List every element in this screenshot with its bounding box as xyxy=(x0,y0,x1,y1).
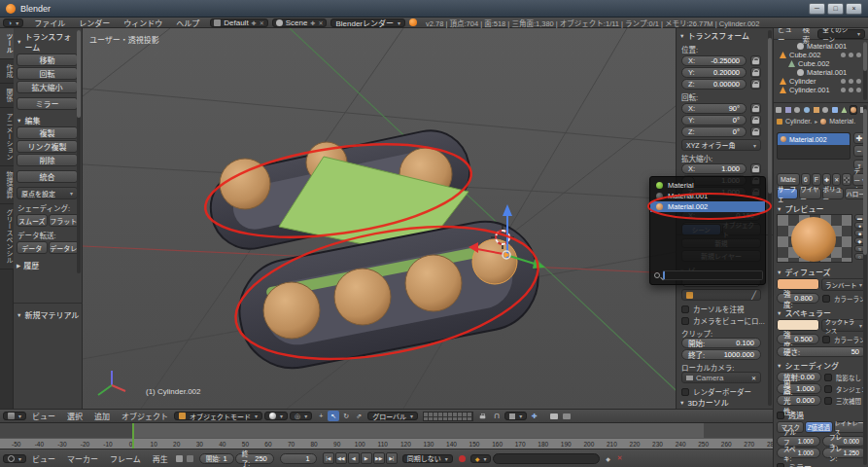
rotation-z-field[interactable]: Z:0° xyxy=(681,126,746,137)
location-x-field[interactable]: X:-0.25000 xyxy=(681,55,746,66)
menu-item[interactable]: ファイル xyxy=(27,18,72,28)
eyedropper-icon[interactable]: ╱ xyxy=(751,291,756,300)
delete-layout-button[interactable]: ✕ xyxy=(260,19,264,26)
render-tab-icon[interactable] xyxy=(775,105,783,115)
snap-plus-icon[interactable]: ✚ xyxy=(529,411,539,421)
linked-duplicate-button[interactable]: リンク複製 xyxy=(17,140,78,153)
local-camera-field[interactable]: Camera✕ xyxy=(681,372,761,383)
rotate-button[interactable]: 回転 xyxy=(17,67,78,80)
rotate-manipulator-icon[interactable]: ↻ xyxy=(340,411,352,421)
playhead[interactable] xyxy=(132,423,134,449)
titlebar[interactable]: Blender ─ □ × xyxy=(0,0,868,18)
record-icon[interactable] xyxy=(457,453,469,464)
transparency-panel-header[interactable]: 透過 xyxy=(777,410,804,420)
info-menus[interactable]: ファイルレンダーウィンドウヘルプ xyxy=(27,18,206,28)
outliner-row[interactable]: Cylinder.001 xyxy=(774,86,868,94)
prev-keyframe-icon[interactable]: ◀◀ xyxy=(335,452,347,464)
panel-history-header[interactable]: 履歴 xyxy=(17,260,79,270)
scale-button[interactable]: 拡大縮小 xyxy=(17,81,78,93)
breadcrumb-object[interactable]: Cylinder. xyxy=(785,118,812,125)
hardness-slider[interactable]: 硬さ:50 xyxy=(777,346,866,357)
move-button[interactable]: 移動 xyxy=(17,54,78,66)
outliner-row[interactable]: Cube.002 xyxy=(774,51,868,59)
rotation-mode-dropdown[interactable]: XYZ オイラー角▾ xyxy=(681,139,761,151)
editor-type-button[interactable]: ◑▾ xyxy=(3,18,23,27)
menu-item[interactable]: レンダー xyxy=(72,18,117,28)
type-wire-button[interactable]: ワイヤー xyxy=(799,188,820,199)
render-opengl-anim-icon[interactable] xyxy=(560,411,573,421)
menu-item[interactable]: ビュー xyxy=(26,453,61,464)
specular-intensity-slider[interactable]: 強度:0.500 xyxy=(777,334,819,344)
scene-tab-icon[interactable] xyxy=(793,105,802,115)
npanel-scrollbar[interactable] xyxy=(768,30,772,406)
outliner-scrollbar[interactable] xyxy=(863,42,867,100)
next-keyframe-icon[interactable]: ▶▶ xyxy=(373,452,385,464)
specular-panel-header[interactable]: スペキュラー xyxy=(777,307,831,318)
cubic-checkbox[interactable]: 三次補間 xyxy=(824,396,867,406)
shade-flat-button[interactable]: フラット xyxy=(49,214,80,227)
location-y-field[interactable]: Y:0.20000 xyxy=(681,67,746,78)
data-tab-icon[interactable] xyxy=(840,105,849,115)
outliner-row[interactable]: Material.001 xyxy=(774,68,868,77)
preview-panel-header[interactable]: プレビュー xyxy=(777,203,823,214)
specular-alpha-slider[interactable]: スペキ:1.000 xyxy=(777,448,820,458)
camera-restrict-icon[interactable] xyxy=(856,79,861,84)
mirror-panel-header[interactable]: ミラー xyxy=(777,461,812,467)
render-layers-tab-icon[interactable] xyxy=(784,105,793,115)
add-layout-button[interactable]: ✚ xyxy=(252,19,257,26)
menu-item[interactable]: ビュー xyxy=(26,411,61,421)
lock-icon[interactable] xyxy=(477,411,488,421)
lock-icon[interactable] xyxy=(750,67,761,78)
mirror-button[interactable]: ミラー xyxy=(17,97,78,110)
timeline-editor-type-button[interactable]: ▾ xyxy=(3,454,26,463)
type-volume-button[interactable]: ボリュー xyxy=(822,188,844,199)
viewport-shading-dropdown[interactable]: ▾ xyxy=(264,412,288,420)
scale-x-field[interactable]: X:1.000 xyxy=(681,163,746,174)
mode-dropdown[interactable]: オブジェクトモード▾ xyxy=(174,412,262,420)
cursor-select-icon[interactable] xyxy=(849,53,853,57)
keying-set-dropdown[interactable]: ◆▾ xyxy=(470,454,492,463)
render-opengl-icon[interactable] xyxy=(547,411,560,421)
lock-camera-checkbox[interactable]: カメラをビューにロ... xyxy=(681,315,769,326)
sync-dropdown[interactable]: 同期しない▾ xyxy=(402,454,453,463)
start-frame-field[interactable]: 開始:1 xyxy=(199,453,234,464)
translucency-slider[interactable]: 透光性:0.000 xyxy=(777,395,821,406)
specular-shader-dropdown[interactable]: クックトランス▾ xyxy=(821,319,866,332)
tangent-checkbox[interactable]: タンジェント.. xyxy=(824,384,867,394)
tab-physics[interactable]: 物理演算 xyxy=(0,166,14,204)
timeline-content[interactable] xyxy=(0,423,773,438)
shading-panel-header[interactable]: シェーディング xyxy=(777,360,839,371)
scene-selector[interactable]: Scene✚✕ xyxy=(272,18,328,27)
menu-item[interactable]: ウィンドウ xyxy=(117,18,169,28)
eye-icon[interactable] xyxy=(841,53,846,57)
world-tab-icon[interactable] xyxy=(803,105,812,115)
lock-to-cursor-checkbox[interactable]: カーソルを注視 xyxy=(681,304,769,314)
tab-grease-pencil[interactable]: グリースペンシル xyxy=(0,204,14,269)
eye-icon[interactable] xyxy=(841,88,846,92)
lock-icon[interactable] xyxy=(750,103,761,114)
translate-manipulator-icon[interactable]: ↖ xyxy=(328,411,339,421)
eye-icon[interactable] xyxy=(841,79,846,84)
material-tab-icon[interactable] xyxy=(850,105,858,115)
viewport-canvas[interactable] xyxy=(83,28,676,409)
layers-grid[interactable] xyxy=(423,412,473,421)
keying-set-field[interactable] xyxy=(493,453,600,464)
screen-layout-selector[interactable]: Default✚✕ xyxy=(210,18,267,27)
redo-panel-header[interactable]: 新規マテリアル xyxy=(17,309,79,320)
manipulator-toggle[interactable]: + xyxy=(315,411,327,421)
breadcrumb-material[interactable]: Material. xyxy=(829,118,855,125)
render-border-checkbox[interactable]: レンダーボーダー xyxy=(681,386,769,397)
snap-element-dropdown[interactable]: ▾ xyxy=(504,412,527,420)
shadeless-checkbox[interactable]: 陰影なし xyxy=(824,373,867,382)
clip-end-field[interactable]: 終了:1000.000 xyxy=(681,349,761,360)
npanel-transform-header[interactable]: トランスフォーム xyxy=(679,30,749,41)
properties-scrollbar[interactable] xyxy=(863,105,867,465)
diffuse-shader-dropdown[interactable]: ランバート▾ xyxy=(821,278,866,291)
menu-item[interactable]: フレーム xyxy=(104,453,147,464)
specular-ramp-checkbox[interactable]: カラーランプ xyxy=(822,335,867,344)
menu-item[interactable]: マーカー xyxy=(61,453,104,464)
minimize-button[interactable]: ─ xyxy=(809,3,825,15)
panel-edit-header[interactable]: 編集 xyxy=(17,115,79,126)
outliner-row[interactable]: Cylinder xyxy=(774,77,868,86)
popup-search-input[interactable] xyxy=(663,270,763,280)
